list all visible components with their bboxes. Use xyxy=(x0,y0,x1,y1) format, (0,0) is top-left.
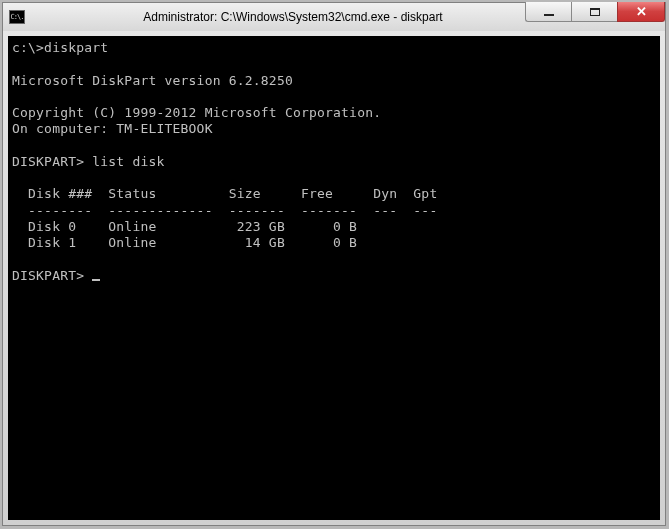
cmd-window: C:\. Administrator: C:\Windows\System32\… xyxy=(2,2,666,526)
blank-line xyxy=(12,251,656,267)
maximize-button[interactable] xyxy=(571,2,617,22)
prompt-line: c:\>diskpart xyxy=(12,40,656,56)
diskpart-prompt-line: DISKPART> list disk xyxy=(12,154,656,170)
table-divider: -------- ------------- ------- ------- -… xyxy=(12,203,656,219)
table-row: Disk 0 Online 223 GB 0 B xyxy=(12,219,656,235)
version-line: Microsoft DiskPart version 6.2.8250 xyxy=(12,73,656,89)
titlebar[interactable]: C:\. Administrator: C:\Windows\System32\… xyxy=(3,3,665,31)
diskpart-prompt-cursor: DISKPART> xyxy=(12,268,656,284)
table-header: Disk ### Status Size Free Dyn Gpt xyxy=(12,186,656,202)
terminal-area[interactable]: c:\>diskpart Microsoft DiskPart version … xyxy=(8,36,660,520)
maximize-icon xyxy=(590,8,600,16)
computer-line: On computer: TM-ELITEBOOK xyxy=(12,121,656,137)
cursor xyxy=(92,279,100,281)
table-row: Disk 1 Online 14 GB 0 B xyxy=(12,235,656,251)
close-button[interactable]: ✕ xyxy=(617,2,665,22)
cmd-icon: C:\. xyxy=(9,10,25,24)
window-controls: ✕ xyxy=(525,2,665,22)
blank-line xyxy=(12,170,656,186)
close-icon: ✕ xyxy=(636,4,647,19)
minimize-button[interactable] xyxy=(525,2,571,22)
minimize-icon xyxy=(544,14,554,16)
copyright-line: Copyright (C) 1999-2012 Microsoft Corpor… xyxy=(12,105,656,121)
blank-line xyxy=(12,56,656,72)
prompt-text: DISKPART> xyxy=(12,268,92,283)
blank-line xyxy=(12,138,656,154)
blank-line xyxy=(12,89,656,105)
